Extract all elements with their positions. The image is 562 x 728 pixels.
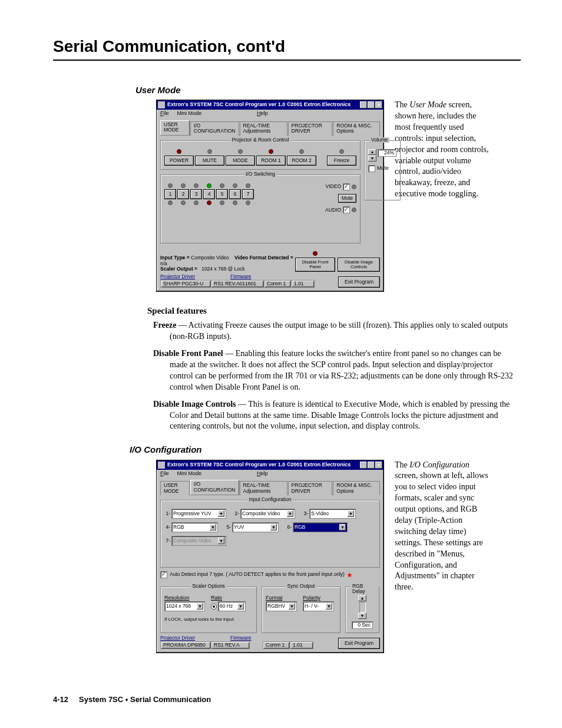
tab-io-config[interactable]: I/O CONFIGURATION bbox=[190, 121, 239, 136]
rate-radio[interactable] bbox=[211, 604, 217, 610]
input-4-button[interactable]: 4 bbox=[203, 189, 215, 199]
delay-down-button[interactable]: ▼ bbox=[358, 613, 366, 619]
star-icon: ★ bbox=[347, 572, 352, 578]
led-video bbox=[352, 185, 356, 189]
minimize-button[interactable]: _ bbox=[360, 101, 367, 108]
app-icon bbox=[158, 101, 165, 108]
disable-image-controls-button[interactable]: Disable Image Controls bbox=[338, 258, 380, 272]
audio-checkbox[interactable] bbox=[343, 206, 350, 213]
menu-mini-mode[interactable]: Mini Mode bbox=[177, 111, 202, 117]
input-6-combo[interactable]: RGB▼ bbox=[293, 522, 348, 532]
app-icon bbox=[158, 462, 165, 469]
tab-strip: USER MODE I/O CONFIGURATION REAL-TIME Ad… bbox=[160, 480, 380, 495]
tab-room-misc[interactable]: ROOM & MISC. Options bbox=[333, 481, 380, 495]
room1-button[interactable]: ROOM 1 bbox=[256, 156, 286, 166]
power-button[interactable]: POWER bbox=[164, 156, 194, 166]
auto-detect-checkbox[interactable] bbox=[160, 571, 167, 578]
video-checkbox[interactable] bbox=[343, 183, 350, 190]
menu-file[interactable]: File bbox=[160, 471, 169, 477]
resolution-combo[interactable]: 1024 x 768▼ bbox=[164, 601, 205, 611]
maximize-button[interactable]: □ bbox=[368, 101, 375, 108]
tab-projector-driver[interactable]: PROJECTOR DRIVER bbox=[288, 121, 333, 136]
status-version: 1.01 bbox=[290, 641, 313, 649]
status-version: 1.01 bbox=[291, 280, 315, 288]
close-button[interactable]: × bbox=[375, 101, 382, 108]
mute-button[interactable]: MUTE bbox=[195, 156, 224, 166]
status-text: Input Type = Composite Video Video Forma… bbox=[160, 255, 295, 272]
volume-value: 24% bbox=[378, 149, 396, 157]
special-features-heading: Special features bbox=[147, 305, 521, 317]
format-combo[interactable]: RGBHV▼ bbox=[266, 601, 297, 611]
input-1-combo[interactable]: Progressive YUV▼ bbox=[171, 509, 226, 519]
firmware-link[interactable]: Firmware bbox=[230, 635, 251, 641]
tab-user-mode[interactable]: USER MODE bbox=[160, 481, 190, 495]
auto-detect-label: Auto Detect input 7 type. ( AUTO DETECT … bbox=[170, 572, 345, 577]
footer-text: System 7SC • Serial Communication bbox=[79, 695, 211, 704]
volume-mute-checkbox[interactable] bbox=[368, 165, 375, 172]
led-mute bbox=[207, 149, 212, 154]
led-in1-v bbox=[168, 183, 173, 188]
format-label: Format bbox=[266, 595, 297, 601]
minimize-button[interactable]: _ bbox=[360, 462, 367, 469]
led-dfp bbox=[313, 251, 318, 256]
feature-disable-image-controls: Disable Image Controls — This is feature… bbox=[153, 399, 517, 433]
input-4-combo[interactable]: RGB▼ bbox=[171, 522, 218, 532]
io-mute-button[interactable]: Mute bbox=[338, 194, 356, 203]
projector-driver-link[interactable]: Projector Driver bbox=[160, 635, 195, 641]
close-button[interactable]: × bbox=[375, 462, 382, 469]
input-configuration-group: Input Configuration 1-Progressive YUV▼ 2… bbox=[160, 500, 380, 568]
tab-strip: USER MODE I/O CONFIGURATION REAL-TIME Ad… bbox=[160, 120, 380, 136]
disable-front-panel-button[interactable]: Disable Front Panel bbox=[295, 258, 335, 272]
chevron-down-icon: ▼ bbox=[218, 538, 224, 544]
rate-combo[interactable]: 60 Hz▼ bbox=[218, 601, 246, 611]
tab-user-mode[interactable]: USER MODE bbox=[160, 120, 190, 135]
firmware-link[interactable]: Firmware bbox=[230, 274, 251, 279]
group-legend: Sync Output bbox=[286, 584, 317, 589]
input-3-button[interactable]: 3 bbox=[190, 189, 202, 199]
chevron-down-icon: ▼ bbox=[218, 510, 224, 517]
polarity-combo[interactable]: H- / V-▼ bbox=[303, 601, 334, 611]
exit-program-button[interactable]: Exit Program bbox=[338, 276, 380, 288]
volume-down-button[interactable]: ▼ bbox=[368, 156, 376, 162]
delay-up-button[interactable]: ▲ bbox=[358, 595, 366, 601]
menu-mini-mode[interactable]: Mini Mode bbox=[177, 471, 202, 477]
input-3-label: 3- bbox=[302, 511, 308, 516]
chevron-down-icon: ▼ bbox=[348, 510, 354, 517]
input-7-button[interactable]: 7 bbox=[242, 189, 254, 199]
led-in6-v bbox=[233, 183, 237, 188]
maximize-button[interactable]: □ bbox=[368, 462, 375, 469]
room2-button[interactable]: ROOM 2 bbox=[287, 156, 316, 166]
projector-driver-link[interactable]: Projector Driver bbox=[160, 274, 195, 279]
menu-help[interactable]: Help bbox=[257, 471, 268, 477]
led-audio bbox=[352, 207, 356, 212]
tab-io-config[interactable]: I/O CONFIGURATION bbox=[190, 480, 239, 495]
chevron-down-icon: ▼ bbox=[289, 603, 295, 610]
menubar: File Mini Mode Help bbox=[157, 470, 384, 478]
volume-up-button[interactable]: ▲ bbox=[368, 149, 376, 155]
tab-realtime[interactable]: REAL-TIME Adjustments bbox=[240, 121, 287, 136]
delay-slider[interactable] bbox=[359, 602, 366, 612]
input-6-button[interactable]: 6 bbox=[229, 189, 241, 199]
projector-room-control-group: Projector & Room Control POWER MUTE MODE… bbox=[160, 140, 361, 170]
tab-realtime[interactable]: REAL-TIME Adjustments bbox=[240, 481, 287, 495]
exit-program-button[interactable]: Exit Program bbox=[338, 638, 380, 649]
menu-help[interactable]: HHelpelp bbox=[257, 111, 268, 117]
input-5-button[interactable]: 5 bbox=[216, 189, 228, 199]
volume-group: Volume ▲ ▼ 24% Mute bbox=[364, 140, 401, 200]
mode-button[interactable]: MODE bbox=[226, 156, 255, 166]
led-power bbox=[177, 149, 181, 154]
input-3-combo[interactable]: S-Video▼ bbox=[309, 509, 356, 519]
titlebar: Extron's SYSTEM 7SC Control Program ver … bbox=[157, 100, 384, 110]
input-2-combo[interactable]: Composite Video▼ bbox=[240, 509, 295, 519]
input-1-button[interactable]: 1 bbox=[164, 189, 176, 199]
led-room1 bbox=[269, 149, 273, 154]
video-label: VIDEO bbox=[326, 184, 341, 189]
freeze-button[interactable]: Freeze bbox=[327, 156, 356, 166]
input-5-combo[interactable]: YUV▼ bbox=[232, 522, 279, 532]
menu-file[interactable]: FFileile bbox=[160, 111, 169, 117]
led-in2-a bbox=[181, 200, 186, 205]
tab-projector-driver[interactable]: PROJECTOR DRIVER bbox=[288, 481, 333, 495]
io-config-heading: I/O Configuration bbox=[130, 444, 521, 456]
tab-room-misc[interactable]: ROOM & MISC. Options bbox=[333, 121, 380, 136]
input-2-button[interactable]: 2 bbox=[177, 189, 189, 199]
